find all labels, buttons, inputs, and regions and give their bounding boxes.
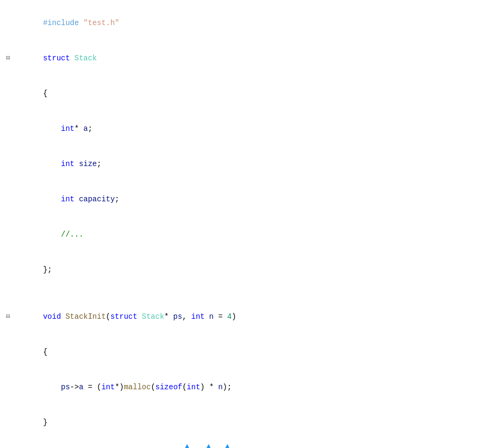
code-line-9 [0,287,488,299]
code-line-14: ⊟ void StackPush(struct Stack* ps, int x… [0,440,488,448]
line-content-2: struct Stack [14,41,488,76]
line-content-14: void StackPush(struct Stack* ps, int x) [14,440,488,448]
star-cast: *) [115,383,124,391]
semicolon-4: ; [88,124,92,133]
comment-ellipsis: //... [61,230,83,239]
semicolon-6: ; [115,195,119,203]
brace-close-struct: }; [43,265,52,274]
kw-int-param: int [191,312,210,321]
indent-6 [43,195,61,203]
kw-int-sizeof: int [187,383,200,391]
brace-open-11: { [43,348,47,356]
line-content-7: //... [14,217,488,252]
code-line-5: int size; [0,146,488,182]
code-line-13: } [0,405,488,440]
code-line-4: int* a; [0,111,488,146]
line-content-5: int size; [14,146,488,182]
member-a-2: a [79,383,83,391]
param-n: n [209,312,213,321]
param-n-2: n [218,383,222,391]
arrow: -> [70,383,79,391]
kw-sizeof: sizeof [156,383,182,391]
code-line-2: ⊟ struct Stack [0,41,488,76]
line-content-1: #include "test.h" [14,5,488,41]
code-line-1: #include "test.h" [0,5,488,41]
param-ps: ps [173,312,182,321]
gutter-10: ⊟ [4,311,12,323]
close-sizeof: ) * [200,383,219,391]
kw-struct-2: struct [110,312,142,321]
line-content-10: void StackInit(struct Stack* ps, int n =… [14,299,488,334]
plain-4: * [74,124,83,133]
code-line-6: int capacity; [0,182,488,217]
paren-close: ) [231,312,236,321]
indent-12 [43,383,61,391]
struct-name-stack: Stack [74,54,97,62]
code-line-12: ps->a = (int*)malloc(sizeof(int) * n); [0,370,488,405]
code-line-11: { [0,334,488,370]
indent-4 [43,124,61,133]
kw-int-2: int [61,160,79,168]
line-content-4: int* a; [14,111,488,146]
include-string: "test.h" [83,19,119,27]
fold-marker-2: ⊟ [6,52,10,64]
line-content-12: ps->a = (int*)malloc(sizeof(int) * n); [14,370,488,405]
struct-name-stack-2: Stack [142,312,164,321]
indent-7 [43,230,61,239]
code-editor: #include "test.h" ⊟ struct Stack { int* … [0,0,488,448]
line-content-13: } [14,405,488,440]
member-size: size [79,160,97,168]
line-content-11: { [14,334,488,370]
assign: = ( [83,383,102,391]
comma: , [182,312,191,321]
func-malloc: malloc [124,383,151,391]
func-stackinit: StackInit [65,312,106,321]
kw-int: int [61,124,74,133]
line-content-8: }; [14,252,488,287]
line-content-6: int capacity; [14,182,488,217]
star-ps: * [164,312,173,321]
semicolon-5: ; [97,160,101,168]
line-content-9 [14,287,488,299]
code-line-10: ⊟ void StackInit(struct Stack* ps, int n… [0,299,488,334]
kw-int-cast: int [102,383,115,391]
member-capacity: capacity [79,195,115,203]
paren-malloc: ( [151,383,155,391]
code-line-3: { [0,76,488,111]
indent-5 [43,160,61,168]
kw-int-3: int [61,195,79,203]
code-line-7: //... [0,217,488,252]
keyword-struct: struct [43,54,74,62]
brace-close-13: } [43,418,47,427]
default-val: = [214,312,227,321]
fold-marker-10: ⊟ [6,311,10,323]
kw-void: void [43,312,65,321]
code-line-8: }; [0,252,488,287]
preprocessor-keyword: #include [43,19,83,27]
var-ps: ps [61,383,70,391]
gutter-2: ⊟ [4,52,12,64]
line-content-3: { [14,76,488,111]
close-malloc: ); [223,383,232,391]
brace-open: { [43,89,47,98]
